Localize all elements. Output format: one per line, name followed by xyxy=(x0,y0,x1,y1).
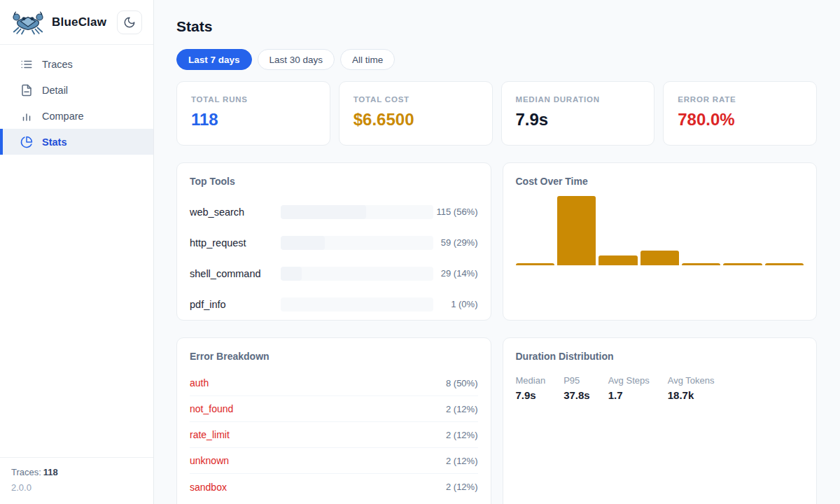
cost-bar xyxy=(557,196,596,265)
bar-chart-icon xyxy=(20,110,33,122)
cost-bar xyxy=(516,263,554,265)
error-count: 2 (12%) xyxy=(446,404,478,414)
traces-count: Traces:118 xyxy=(11,467,142,477)
stat-label: TOTAL RUNS xyxy=(191,95,316,104)
duration-stat-label: Avg Steps xyxy=(608,375,650,386)
error-row: sandbox 2 (12%) xyxy=(190,474,478,500)
error-count: 2 (12%) xyxy=(446,456,478,466)
tool-row: http_request 59 (29%) xyxy=(190,227,478,258)
error-count: 2 (12%) xyxy=(446,430,478,440)
tool-name: shell_command xyxy=(190,268,281,279)
duration-distribution-card: Duration Distribution Median 7.9s P95 37… xyxy=(503,337,818,504)
tool-usage-bar xyxy=(281,298,433,312)
top-tools-card: Top Tools web_search 115 (56%) http_requ… xyxy=(176,162,491,321)
tool-usage-bar xyxy=(281,236,433,250)
error-breakdown-card: Error Breakdown auth 8 (50%) not_found 2… xyxy=(176,337,491,504)
sidebar: BlueClaw Traces Detail Compare xyxy=(0,0,154,504)
sidebar-item-label: Traces xyxy=(42,59,73,70)
tool-usage-bar-fill xyxy=(281,236,325,250)
duration-stat-value: 7.9s xyxy=(516,389,546,401)
error-count: 2 (12%) xyxy=(446,482,478,492)
sidebar-item-stats[interactable]: Stats xyxy=(0,129,153,155)
stat-value: 780.0% xyxy=(678,110,802,130)
tool-usage-bar-fill xyxy=(281,205,366,219)
sidebar-item-traces[interactable]: Traces xyxy=(0,51,153,77)
duration-stat: P95 37.8s xyxy=(564,375,590,401)
error-type: rate_limit xyxy=(190,429,230,440)
cost-bar xyxy=(640,251,679,265)
duration-distribution-title: Duration Distribution xyxy=(516,351,804,362)
sidebar-item-label: Stats xyxy=(42,136,66,148)
sidebar-item-detail[interactable]: Detail xyxy=(0,77,153,103)
duration-stat-label: Median xyxy=(516,375,546,386)
error-row: unknown 2 (12%) xyxy=(190,448,478,474)
charts-grid: Top Tools web_search 115 (56%) http_requ… xyxy=(176,162,817,504)
cost-bar xyxy=(682,263,720,265)
sidebar-nav: Traces Detail Compare Stats xyxy=(0,45,153,155)
error-breakdown-list: auth 8 (50%) not_found 2 (12%) rate_limi… xyxy=(190,370,478,500)
error-row: auth 8 (50%) xyxy=(190,370,478,396)
stat-card-error-rate: ERROR RATE 780.0% xyxy=(663,81,817,146)
error-breakdown-title: Error Breakdown xyxy=(190,351,478,362)
error-type: not_found xyxy=(190,403,233,414)
document-icon xyxy=(20,84,33,97)
duration-stat-value: 37.8s xyxy=(564,389,590,401)
duration-stat-value: 1.7 xyxy=(608,389,650,401)
page-title: Stats xyxy=(176,18,817,35)
tool-name: pdf_info xyxy=(190,299,281,310)
filter-all-time[interactable]: All time xyxy=(340,49,395,70)
list-icon xyxy=(20,58,33,71)
tool-row: shell_command 29 (14%) xyxy=(190,258,478,289)
error-type: unknown xyxy=(190,455,229,466)
stat-card-total-cost: TOTAL COST $6.6500 xyxy=(339,81,493,146)
filter-last-7-days[interactable]: Last 7 days xyxy=(176,49,252,70)
cost-bar xyxy=(765,263,804,265)
sidebar-item-label: Detail xyxy=(42,85,68,96)
tool-value: 1 (0%) xyxy=(433,298,478,311)
sidebar-header: BlueClaw xyxy=(0,0,153,45)
stat-card-median-duration: MEDIAN DURATION 7.9s xyxy=(501,81,655,146)
stat-value: 7.9s xyxy=(516,110,640,130)
tool-name: web_search xyxy=(190,206,281,218)
tool-row: web_search 115 (56%) xyxy=(190,197,478,227)
stat-card-total-runs: TOTAL RUNS 118 xyxy=(176,81,330,146)
tool-usage-bar-fill xyxy=(281,267,302,281)
error-row: rate_limit 2 (12%) xyxy=(190,422,478,448)
duration-stat-value: 18.7k xyxy=(668,389,715,401)
stat-value: $6.6500 xyxy=(354,110,478,130)
theme-toggle-button[interactable] xyxy=(117,10,142,34)
main-content: Stats Last 7 days Last 30 days All time … xyxy=(154,0,840,504)
tool-name: http_request xyxy=(190,237,281,248)
cost-bar xyxy=(723,263,762,265)
pie-chart-icon xyxy=(20,136,33,148)
tool-value: 29 (14%) xyxy=(433,267,478,280)
sidebar-footer: Traces:118 2.0.0 xyxy=(0,457,153,504)
app-version: 2.0.0 xyxy=(11,482,142,493)
stat-label: ERROR RATE xyxy=(678,95,802,104)
error-row: not_found 2 (12%) xyxy=(190,396,478,422)
top-tools-list: web_search 115 (56%) http_request 59 (29… xyxy=(190,197,478,320)
duration-stats-row: Median 7.9s P95 37.8s Avg Steps 1.7 xyxy=(516,375,804,401)
tool-value: 115 (56%) xyxy=(433,206,478,218)
cost-over-time-card: Cost Over Time xyxy=(503,162,818,321)
stat-value: 118 xyxy=(191,110,316,130)
filter-last-30-days[interactable]: Last 30 days xyxy=(258,49,335,70)
tool-row: pdf_info 1 (0%) xyxy=(190,289,478,320)
tool-value: 59 (29%) xyxy=(433,237,478,249)
blueclaw-crab-logo xyxy=(11,10,45,35)
duration-stat-label: P95 xyxy=(564,375,590,386)
duration-stat: Avg Steps 1.7 xyxy=(608,375,650,401)
duration-stat-label: Avg Tokens xyxy=(668,375,715,386)
stat-label: MEDIAN DURATION xyxy=(516,95,640,104)
top-tools-title: Top Tools xyxy=(190,176,478,187)
error-type: sandbox xyxy=(190,482,227,493)
cost-bar xyxy=(598,255,637,265)
sidebar-item-label: Compare xyxy=(42,111,84,122)
duration-stat: Median 7.9s xyxy=(516,375,546,401)
time-filter-group: Last 7 days Last 30 days All time xyxy=(176,49,817,70)
sidebar-item-compare[interactable]: Compare xyxy=(0,103,153,129)
tool-usage-bar xyxy=(281,267,433,281)
stat-cards-row: TOTAL RUNS 118 TOTAL COST $6.6500 MEDIAN… xyxy=(176,81,817,146)
cost-over-time-bar-chart xyxy=(516,196,804,265)
duration-stat: Avg Tokens 18.7k xyxy=(668,375,715,401)
